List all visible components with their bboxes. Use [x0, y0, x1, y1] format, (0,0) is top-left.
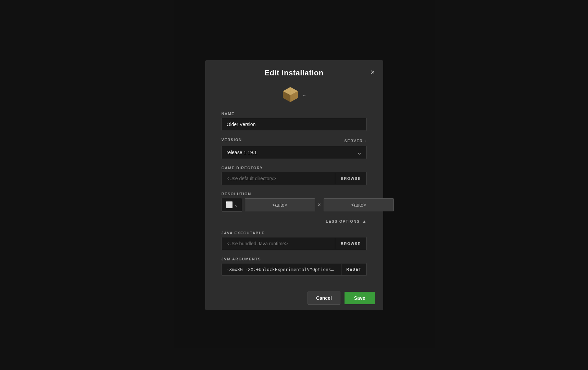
java-executable-field-group: JAVA EXECUTABLE BROWSE [222, 231, 367, 250]
jvm-arguments-input[interactable] [222, 263, 341, 275]
resolution-row: ⬜ ⌄ × [222, 198, 367, 212]
modal-header: Edit installation × [205, 60, 383, 83]
icon-area: ⌄ [205, 86, 383, 103]
modal-body: NAME VERSION SERVER ↓ release 1.19.1 rel… [205, 112, 383, 276]
modal-title: Edit installation [264, 69, 323, 77]
monitor-preset-button[interactable]: ⬜ ⌄ [222, 198, 242, 212]
cancel-button[interactable]: Cancel [308, 292, 340, 305]
resolution-field-group: RESOLUTION ⬜ ⌄ × [222, 192, 367, 212]
version-select-wrapper: release 1.19.1 release 1.19 release 1.18… [222, 146, 367, 159]
version-label: VERSION [222, 138, 242, 142]
edit-installation-modal: Edit installation × ⌄ NAME [205, 60, 383, 310]
less-options-row[interactable]: LESS OPTIONS ▲ [222, 219, 367, 224]
game-directory-field-group: GAME DIRECTORY BROWSE [222, 166, 367, 185]
name-field-group: NAME [222, 112, 367, 131]
version-field-group: VERSION SERVER ↓ release 1.19.1 release … [222, 138, 367, 159]
java-executable-input[interactable] [222, 237, 335, 250]
modal-overlay: Edit installation × ⌄ NAME [0, 0, 588, 370]
jvm-arguments-field: RESET [222, 263, 367, 276]
modal-footer: Cancel Save [205, 286, 383, 310]
resolution-height-input[interactable] [324, 198, 394, 211]
game-directory-label: GAME DIRECTORY [222, 166, 367, 170]
less-options-chevron-icon: ▲ [362, 219, 367, 224]
resolution-x-separator: × [318, 202, 321, 208]
version-select[interactable]: release 1.19.1 release 1.19 release 1.18… [222, 146, 367, 159]
server-link[interactable]: SERVER ↓ [344, 139, 366, 143]
name-input[interactable] [222, 118, 367, 131]
icon-dropdown-chevron[interactable]: ⌄ [302, 91, 306, 98]
game-directory-browse-button[interactable]: BROWSE [335, 173, 366, 184]
less-options-label: LESS OPTIONS [326, 219, 360, 223]
monitor-chevron-icon: ⌄ [234, 202, 238, 208]
java-executable-field: BROWSE [222, 237, 367, 250]
close-button[interactable]: × [369, 67, 376, 77]
jvm-arguments-label: JVM ARGUMENTS [222, 257, 367, 261]
game-directory-field: BROWSE [222, 172, 367, 185]
game-directory-input[interactable] [222, 172, 335, 185]
server-label: SERVER [344, 139, 363, 143]
name-label: NAME [222, 112, 367, 116]
monitor-icon: ⬜ [225, 201, 233, 209]
resolution-label: RESOLUTION [222, 192, 367, 196]
java-browse-button[interactable]: BROWSE [335, 238, 366, 249]
minecraft-block-icon[interactable] [282, 86, 299, 103]
save-button[interactable]: Save [345, 292, 375, 304]
jvm-arguments-field-group: JVM ARGUMENTS RESET [222, 257, 367, 276]
resolution-width-input[interactable] [245, 198, 315, 211]
java-executable-label: JAVA EXECUTABLE [222, 231, 367, 235]
server-download-icon: ↓ [364, 139, 367, 143]
jvm-reset-button[interactable]: RESET [341, 264, 366, 275]
version-row: VERSION SERVER ↓ [222, 138, 367, 144]
